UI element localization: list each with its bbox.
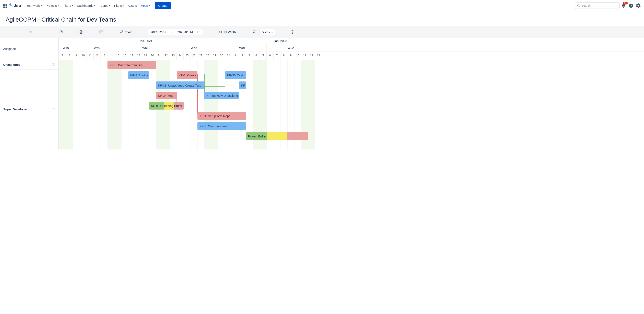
grid-line <box>315 60 315 149</box>
day-cell: 12 <box>308 52 315 60</box>
gauge-icon[interactable] <box>58 29 64 35</box>
date-range[interactable]: 2024-12-07 → 2025-01-14 <box>148 29 203 35</box>
top-nav: Jira Your work▾Projects▾Filters▾Dashboar… <box>0 0 644 12</box>
day-cell: 10 <box>294 52 301 60</box>
day-cell: 21 <box>156 52 163 60</box>
grid-line <box>121 60 122 149</box>
jira-logo[interactable]: Jira <box>8 3 21 8</box>
weekend-stripe <box>114 60 121 149</box>
task-KP-5[interactable]: KP-5: Pull data from Jira <box>108 61 156 69</box>
page-title: AgileCCPM - Critical Chain for Dev Teams <box>0 12 644 26</box>
task-KP-34[interactable]: KP-34: Anot <box>156 92 177 99</box>
svg-rect-8 <box>198 31 200 33</box>
team-button[interactable]: Team <box>118 29 134 35</box>
gear-icon[interactable] <box>28 29 34 35</box>
export-icon[interactable] <box>78 29 84 35</box>
task-KP-3[interactable]: KP-3: Create <box>177 71 198 79</box>
day-cell: 22 <box>163 52 170 60</box>
fit-width-button[interactable]: Fit Width <box>216 29 238 35</box>
task-KP-35[interactable]: KP-35: Test <box>225 71 246 79</box>
day-cell: 15 <box>114 52 121 60</box>
weekend-stripe <box>308 60 315 149</box>
task-KP-38[interactable]: KP-38: New Unassigne <box>204 92 239 99</box>
arrow-right-icon: → <box>170 30 173 34</box>
jira-logo-text: Jira <box>14 3 21 8</box>
day-cell: 3 <box>246 52 253 60</box>
day-cell: 20 <box>149 52 156 60</box>
task-KP-4[interactable]: KP-4: Setup Test Repo <box>198 112 246 120</box>
refresh-icon[interactable] <box>98 29 104 35</box>
grid-line <box>211 60 212 149</box>
day-cell: 29 <box>211 52 218 60</box>
svg-line-16 <box>255 32 256 33</box>
nav-assets[interactable]: Assets <box>126 1 139 11</box>
task-KP-9[interactable]: KP-9: Anothe <box>128 71 149 79</box>
buffer-label: Project Buffer <box>248 135 266 138</box>
sidebar-header: Assignee <box>0 38 58 60</box>
nav-dashboards[interactable]: Dashboards▾ <box>75 1 97 11</box>
help-icon[interactable]: ? <box>628 3 634 9</box>
day-cell: 26 <box>190 52 198 60</box>
gantt-container: Assignee UnassignedSuper Developer Dec, … <box>0 38 644 149</box>
date-from: 2024-12-07 <box>150 30 166 34</box>
weekend-stripe <box>59 60 66 149</box>
grid-line <box>80 60 80 149</box>
task-KP-37[interactable]: KP <box>239 82 246 89</box>
month-cell: Dec, 2024 <box>59 38 232 44</box>
search-box[interactable] <box>575 3 620 9</box>
chevron-down-icon: ▾ <box>122 5 124 7</box>
create-button[interactable]: Create <box>155 2 171 9</box>
svg-point-4 <box>30 32 32 33</box>
buffer-feed[interactable]: KP-9 -> Feeding Buffer <box>149 102 184 110</box>
unit-label: Week <box>262 30 270 34</box>
day-cell: 12 <box>94 52 100 60</box>
grid-line <box>73 60 73 149</box>
nav-apps[interactable]: Apps▾ <box>139 1 152 11</box>
trash-icon[interactable] <box>52 63 55 67</box>
day-cell: 14 <box>108 52 114 60</box>
chevron-down-icon: ▾ <box>94 5 95 7</box>
assignee-row[interactable]: Unassigned <box>0 60 58 70</box>
assignee-row[interactable]: Super Developer <box>0 70 58 149</box>
help-circle-icon[interactable] <box>289 29 296 35</box>
day-cell: 11 <box>301 52 308 60</box>
settings-icon[interactable] <box>635 3 642 9</box>
grid-line <box>108 60 108 149</box>
nav-plans[interactable]: Plans▾ <box>112 1 126 11</box>
buffer-proj[interactable]: Project Buffer <box>246 132 308 140</box>
svg-line-1 <box>579 6 580 7</box>
chevron-down-icon: ▾ <box>149 5 150 7</box>
task-KP-33[interactable]: KP-33: Unassigned Create Test <box>156 82 204 89</box>
grid-line <box>218 60 218 149</box>
day-cell: 23 <box>170 52 177 60</box>
jira-icon <box>8 3 13 8</box>
assignee-name: Super Developer <box>3 108 28 111</box>
trash-icon[interactable] <box>52 107 55 111</box>
nav-teams[interactable]: Teams▾ <box>97 1 112 11</box>
zoom-icon[interactable] <box>251 29 258 35</box>
nav-filters[interactable]: Filters▾ <box>61 1 75 11</box>
nav-your-work[interactable]: Your work▾ <box>24 1 44 11</box>
notifications-icon[interactable]: 9+ <box>620 3 627 9</box>
day-cell: 24 <box>177 52 184 60</box>
grid-line <box>66 60 66 149</box>
app-switcher-icon[interactable] <box>2 3 7 8</box>
calendar-icon <box>197 30 200 34</box>
svg-point-18 <box>292 33 293 33</box>
chevron-down-icon: ▾ <box>41 5 42 7</box>
unit-select[interactable]: Week ▾ <box>259 29 276 35</box>
day-cell: 28 <box>204 52 211 60</box>
day-cell: 7 <box>59 52 66 60</box>
chevron-down-icon: ▾ <box>72 5 73 7</box>
svg-point-0 <box>578 5 579 6</box>
nav-projects[interactable]: Projects▾ <box>44 1 61 11</box>
chevron-down-icon: ▾ <box>272 31 273 33</box>
search-input[interactable] <box>582 4 617 7</box>
task-KP-8[interactable]: KP-8: One more task <box>198 122 246 130</box>
svg-point-7 <box>121 31 122 32</box>
chart-body[interactable]: KP-5: Pull data from JiraKP-9: AnotheKP-… <box>59 60 644 149</box>
weekend-stripe <box>108 60 114 149</box>
gantt-timeline[interactable]: Dec, 2024Jan, 2025 W49W50W51W52W01W02 78… <box>59 38 644 149</box>
day-cell: 8 <box>280 52 288 60</box>
day-cell: 18 <box>135 52 142 60</box>
